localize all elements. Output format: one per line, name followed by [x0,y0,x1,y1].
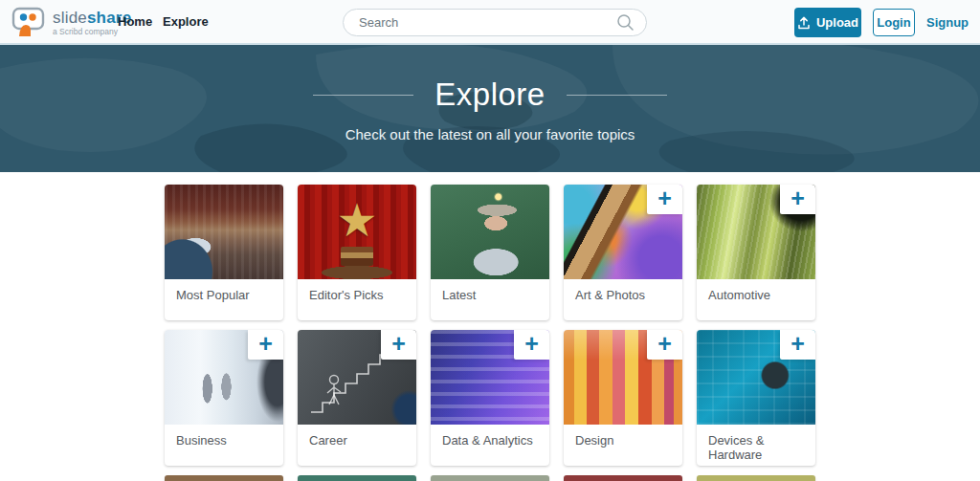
topic-image-latest [431,185,549,279]
plus-icon: + [524,332,539,356]
login-button[interactable]: Login [873,9,915,36]
topic-image-most-popular [165,185,283,279]
topics-grid: Most Popular ★ Editor's Picks Latest + A… [165,185,815,481]
slideshare-logo[interactable]: slideshare a Scribd company [11,7,131,38]
topic-label: Business [165,425,283,448]
follow-topic-button[interactable]: + [780,185,815,214]
follow-topic-button[interactable]: + [248,330,283,360]
follow-topic-button[interactable]: + [514,330,549,360]
topic-card-latest[interactable]: Latest [431,185,549,320]
partial-topic-card[interactable] [564,475,682,481]
plus-icon: + [258,332,273,356]
follow-topic-button[interactable]: + [647,185,682,214]
slideshare-logo-icon [11,7,46,38]
topic-card-design[interactable]: + Design [564,330,682,466]
partial-topic-card[interactable] [298,475,416,481]
hero-subtitle: Check out the latest on all your favorit… [345,126,635,142]
topic-card-career[interactable]: + Career [298,330,416,466]
topic-card-business[interactable]: + Business [165,330,283,466]
plus-icon: + [657,332,672,356]
hero-banner: Explore Check out the latest on all your… [0,45,980,172]
topic-label: Design [564,425,682,448]
topic-card-automotive[interactable]: + Automotive [697,185,815,320]
topic-card-most-popular[interactable]: Most Popular [165,185,283,320]
topic-image-editors-picks: ★ [298,185,416,279]
plus-icon: + [657,186,672,210]
partial-topic-card[interactable] [697,475,815,481]
plus-icon: + [391,332,406,356]
topic-label: Most Popular [165,279,283,302]
topic-label: Latest [431,279,549,302]
upload-icon [797,16,811,30]
topic-card-devices-hardware[interactable]: + Devices & Hardware [697,330,815,466]
title-rule-left [313,95,413,96]
search-input[interactable] [344,15,616,30]
plus-icon: + [791,186,805,210]
slideshare-explore-page: slideshare a Scribd company Home Explore [0,0,980,481]
topic-label: Automotive [697,279,815,302]
search-bar[interactable] [343,9,647,36]
plus-icon: + [791,332,805,356]
topic-card-data-analytics[interactable]: + Data & Analytics [431,330,549,466]
top-navbar: slideshare a Scribd company Home Explore [0,0,980,45]
follow-topic-button[interactable]: + [381,330,416,360]
title-rule-right [567,95,667,96]
upload-label: Upload [816,15,858,30]
topic-card-editors-picks[interactable]: ★ Editor's Picks [298,185,416,320]
signup-link[interactable]: Signup [926,0,969,45]
nav-link-home[interactable]: Home [118,0,152,43]
partial-topic-card[interactable] [431,475,549,481]
trophy-base-graphic [341,247,373,266]
page-title: Explore [434,77,545,113]
topic-label: Devices & Hardware [697,425,815,462]
partial-topic-card[interactable] [165,475,283,481]
topic-label: Editor's Picks [298,279,416,302]
upload-button[interactable]: Upload [794,8,861,37]
trophy-star-graphic: ★ [336,198,377,244]
search-icon[interactable] [616,13,635,32]
follow-topic-button[interactable]: + [647,330,682,360]
topic-label: Data & Analytics [431,425,549,448]
topic-label: Career [298,425,416,448]
follow-topic-button[interactable]: + [780,330,815,360]
nav-link-explore[interactable]: Explore [163,0,209,43]
topic-card-art-photos[interactable]: + Art & Photos [564,185,682,320]
brand-slide: slide [53,9,87,27]
topic-label: Art & Photos [564,279,682,302]
